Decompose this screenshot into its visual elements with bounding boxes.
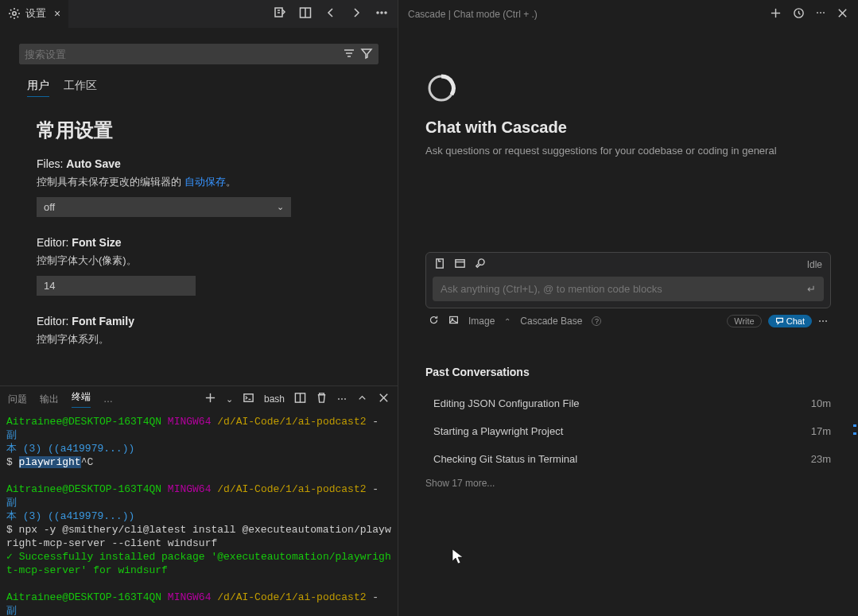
more-icon[interactable]: ⋯ xyxy=(818,316,828,327)
cascade-header: Cascade | Chat mode (Ctrl + .) ⋯ xyxy=(398,0,858,28)
setting-label-bold: Auto Save xyxy=(66,157,120,170)
svg-point-0 xyxy=(13,12,16,15)
chevron-down-icon: ⌄ xyxy=(277,202,284,212)
history-icon[interactable] xyxy=(793,7,805,21)
conv-title: Editing JSON Configuration File xyxy=(433,397,580,409)
cascade-subtitle: Ask questions or request suggestions for… xyxy=(425,145,831,157)
svg-point-5 xyxy=(381,12,382,14)
settings-scope-tabs: 用户 工作区 xyxy=(19,74,379,102)
help-icon[interactable]: ? xyxy=(592,316,601,326)
new-chat-icon[interactable] xyxy=(770,7,782,21)
setting-font-family: Editor: Font Family 控制字体系列。 xyxy=(37,315,379,347)
split-terminal-icon[interactable] xyxy=(294,392,306,406)
close-icon[interactable]: × xyxy=(54,7,60,20)
idle-status: Idle xyxy=(807,259,822,270)
panel-tab-terminal[interactable]: 终端 xyxy=(72,390,91,408)
send-icon[interactable]: ↵ xyxy=(807,283,816,295)
maximize-panel-icon[interactable] xyxy=(356,392,368,406)
setting-desc: 控制具有未保存更改的编辑器的 自动保存。 xyxy=(37,175,379,189)
conv-time: 23m xyxy=(811,453,831,465)
scroll-marker xyxy=(853,424,856,427)
image-label[interactable]: Image xyxy=(468,316,495,327)
gear-icon xyxy=(8,7,21,20)
panel-tab-problems[interactable]: 问题 xyxy=(8,393,27,406)
image-icon[interactable] xyxy=(448,315,459,327)
split-editor-icon[interactable] xyxy=(299,6,312,21)
panel-tab-output[interactable]: 输出 xyxy=(40,393,59,406)
more-actions-icon[interactable] xyxy=(375,6,388,21)
editor-actions xyxy=(274,6,398,21)
conv-time: 17m xyxy=(811,425,831,437)
svg-rect-24 xyxy=(456,260,464,267)
settings-search[interactable] xyxy=(19,44,379,64)
attach-file-icon[interactable] xyxy=(434,258,446,272)
cascade-logo-icon xyxy=(425,72,457,104)
terminal-profile-icon[interactable] xyxy=(243,392,254,406)
refresh-icon[interactable] xyxy=(429,315,439,327)
cascade-header-title: Cascade | Chat mode (Ctrl + .) xyxy=(408,9,538,20)
close-icon[interactable] xyxy=(837,7,848,21)
select-value: off xyxy=(44,201,55,213)
conversation-item[interactable]: Editing JSON Configuration File 10m xyxy=(425,389,831,417)
cascade-input[interactable]: ↵ xyxy=(433,277,824,301)
cascade-text-input[interactable] xyxy=(441,283,807,295)
bottom-panel: 问题 输出 终端 … ⌄ bash ⋯ Aitrainee@DESKTOP-16… xyxy=(0,385,398,616)
conv-title: Starting a Playwright Project xyxy=(433,425,563,437)
tool-icon[interactable] xyxy=(474,258,486,272)
cascade-footer: Image ⌃ Cascade Base ? Write Chat ⋯ xyxy=(425,308,831,334)
conversation-item[interactable]: Starting a Playwright Project 17m xyxy=(425,417,831,445)
autosave-link[interactable]: 自动保存 xyxy=(184,176,226,188)
chevron-up-icon: ⌃ xyxy=(504,317,511,326)
shell-name[interactable]: bash xyxy=(264,393,285,405)
setting-auto-save: Files: Auto Save 控制具有未保存更改的编辑器的 自动保存。 of… xyxy=(37,157,379,217)
model-label[interactable]: Cascade Base xyxy=(520,316,582,327)
scroll-marker xyxy=(853,432,856,435)
svg-rect-23 xyxy=(437,259,443,268)
new-terminal-icon[interactable] xyxy=(204,392,216,406)
mode-write-button[interactable]: Write xyxy=(727,315,761,327)
kill-terminal-icon[interactable] xyxy=(316,392,328,406)
snippet-icon[interactable] xyxy=(454,258,466,272)
cascade-input-box: Idle ↵ xyxy=(425,252,831,308)
more-icon[interactable]: ⋯ xyxy=(337,393,347,405)
filter-icon[interactable] xyxy=(360,47,373,62)
svg-point-4 xyxy=(377,12,379,14)
past-conversations-title: Past Conversations xyxy=(425,366,831,378)
settings-search-input[interactable] xyxy=(25,48,343,60)
clear-icon[interactable] xyxy=(343,47,355,62)
scope-workspace[interactable]: 工作区 xyxy=(64,79,97,97)
setting-desc: 控制字体大小(像素)。 xyxy=(37,254,379,268)
terminal-output[interactable]: Aitrainee@DESKTOP-163T4QN MINGW64 /d/AI-… xyxy=(0,412,398,616)
editor-tab-bar: 设置 × xyxy=(0,0,398,28)
svg-rect-12 xyxy=(244,394,253,401)
settings-section-title: 常用设置 xyxy=(37,118,379,143)
svg-point-6 xyxy=(385,12,386,14)
conv-title: Checking Git Status in Terminal xyxy=(433,453,577,465)
conversation-item[interactable]: Checking Git Status in Terminal 23m xyxy=(425,445,831,473)
setting-font-size: Editor: Font Size 控制字体大小(像素)。 14 xyxy=(37,236,379,296)
open-changes-icon[interactable] xyxy=(274,6,286,21)
mode-chat-button[interactable]: Chat xyxy=(768,315,812,327)
conv-time: 10m xyxy=(811,397,831,409)
nav-back-icon[interactable] xyxy=(324,6,337,21)
setting-label-prefix: Files: xyxy=(37,157,66,170)
nav-forward-icon[interactable] xyxy=(350,6,363,21)
show-more-conversations[interactable]: Show 17 more... xyxy=(425,473,831,494)
cascade-title: Chat with Cascade xyxy=(425,118,831,137)
more-icon[interactable]: ⋯ xyxy=(816,7,825,21)
tab-settings[interactable]: 设置 × xyxy=(0,0,68,28)
panel-tab-more[interactable]: … xyxy=(103,393,113,405)
autosave-select[interactable]: off ⌄ xyxy=(37,197,291,217)
setting-desc: 控制字体系列。 xyxy=(37,332,379,347)
scope-user[interactable]: 用户 xyxy=(27,79,49,97)
panel-tab-bar: 问题 输出 终端 … ⌄ bash ⋯ xyxy=(0,386,398,412)
close-panel-icon[interactable] xyxy=(378,392,390,406)
tab-label: 设置 xyxy=(25,6,46,21)
number-value: 14 xyxy=(44,280,55,292)
font-size-input[interactable]: 14 xyxy=(37,276,196,296)
chevron-down-icon[interactable]: ⌄ xyxy=(226,394,233,405)
